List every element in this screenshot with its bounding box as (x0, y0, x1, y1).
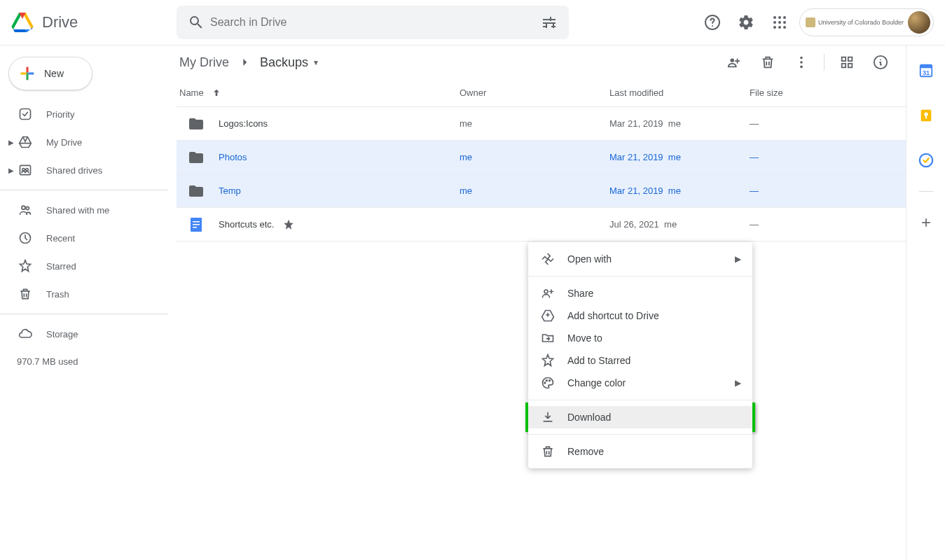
avatar[interactable] (908, 11, 930, 34)
open-with-icon (539, 251, 556, 267)
calendar-app-icon[interactable]: 31 (912, 57, 940, 85)
svg-point-14 (26, 169, 28, 171)
ctx-add-starred[interactable]: Add to Starred (528, 349, 752, 372)
shortcut-icon (539, 307, 556, 324)
nav-trash[interactable]: Trash (0, 280, 168, 308)
column-name[interactable]: Name (177, 88, 460, 99)
new-button[interactable]: New (8, 57, 92, 90)
row-owner: me (460, 152, 609, 162)
nav-priority[interactable]: Priority (0, 100, 168, 128)
search-options-icon[interactable] (535, 8, 563, 36)
table-row[interactable]: PhotosmeMar 21, 2019 me— (177, 141, 906, 174)
support-icon[interactable] (698, 8, 726, 36)
ctx-share[interactable]: Share (528, 282, 752, 304)
add-app-icon[interactable] (912, 209, 940, 237)
nav-shared-drives[interactable]: ▶Shared drives (0, 156, 168, 184)
svg-point-16 (26, 206, 29, 209)
shared-with-me-icon (17, 202, 34, 218)
svg-rect-30 (193, 227, 197, 228)
ctx-move-to[interactable]: Move to (528, 327, 752, 349)
breadcrumb-root[interactable]: My Drive (177, 54, 232, 71)
download-icon (539, 409, 556, 426)
svg-point-4 (783, 16, 786, 19)
apps-grid-icon[interactable] (766, 8, 794, 36)
row-modified: Mar 21, 2019 me (609, 118, 750, 129)
svg-rect-28 (193, 221, 200, 223)
details-button[interactable] (867, 48, 895, 76)
nav-recent[interactable]: Recent (0, 224, 168, 252)
row-name: Photos (177, 149, 460, 166)
palette-icon (539, 374, 556, 391)
settings-icon[interactable] (732, 8, 760, 36)
layout-grid-button[interactable] (833, 48, 861, 76)
tasks-app-icon[interactable] (912, 146, 940, 174)
column-modified[interactable]: Last modified (609, 88, 750, 98)
account-org: University of Colorado Boulder (806, 18, 904, 27)
column-size[interactable]: File size (750, 88, 878, 98)
row-owner: me (460, 118, 609, 129)
nav-starred[interactable]: Starred (0, 252, 168, 280)
svg-text:31: 31 (922, 69, 929, 76)
more-actions-button[interactable] (787, 48, 815, 76)
app-title[interactable]: Drive (42, 13, 78, 31)
row-size: — (750, 118, 878, 129)
chevron-right-icon[interactable]: ▶ (7, 167, 15, 174)
row-modified: Mar 21, 2019 me (609, 186, 750, 196)
trash-icon (17, 286, 34, 302)
row-name: Logos:Icons (177, 115, 460, 132)
drive-logo-icon[interactable] (8, 8, 36, 36)
starred-icon (17, 258, 34, 274)
svg-point-18 (731, 59, 735, 63)
svg-point-15 (22, 206, 25, 209)
breadcrumb-row: My Drive Backups▼ (177, 46, 906, 79)
svg-rect-23 (848, 57, 853, 62)
ctx-add-shortcut[interactable]: Add shortcut to Drive (528, 304, 752, 327)
svg-rect-24 (842, 64, 846, 68)
breadcrumb-current[interactable]: Backups▼ (257, 54, 322, 71)
svg-point-7 (783, 21, 786, 24)
svg-point-10 (783, 26, 786, 29)
chevron-right-icon[interactable]: ▶ (7, 139, 15, 146)
ctx-change-color[interactable]: Change color▶ (528, 372, 752, 394)
table-header: Name Owner Last modified File size (177, 79, 906, 107)
svg-point-33 (546, 380, 548, 382)
submenu-arrow-icon: ▶ (735, 254, 741, 264)
svg-point-5 (773, 21, 776, 24)
move-to-icon (539, 330, 556, 346)
row-modified: Mar 21, 2019 me (609, 152, 750, 162)
search-icon[interactable] (182, 8, 210, 36)
delete-button[interactable] (754, 48, 782, 76)
ctx-open-with[interactable]: Open with▶ (528, 248, 752, 270)
search-bar[interactable] (177, 6, 569, 39)
ctx-remove[interactable]: Remove (528, 440, 752, 463)
svg-point-8 (773, 26, 776, 29)
row-size: — (750, 219, 878, 230)
search-input[interactable] (210, 16, 535, 29)
svg-point-20 (800, 61, 803, 64)
svg-rect-12 (20, 165, 31, 174)
svg-rect-29 (193, 224, 200, 225)
row-modified: Jul 26, 2021 me (609, 219, 750, 230)
side-panel: 31 (906, 46, 945, 560)
nav-shared-with-me[interactable]: Shared with me (0, 196, 168, 224)
nav-storage[interactable]: Storage (0, 320, 168, 348)
row-name: Shortcuts etc. (177, 216, 460, 233)
account-chip[interactable]: University of Colorado Boulder (799, 8, 934, 36)
header-actions: University of Colorado Boulder (698, 8, 939, 36)
ctx-download[interactable]: Download (528, 406, 752, 428)
nav-mydrive[interactable]: ▶My Drive (0, 128, 168, 156)
column-owner[interactable]: Owner (460, 88, 609, 98)
chevron-right-icon (237, 55, 251, 69)
svg-point-31 (544, 290, 548, 293)
share-button[interactable] (720, 48, 748, 76)
table-row[interactable]: Shortcuts etc.Jul 26, 2021 me— (177, 208, 906, 241)
keep-app-icon[interactable] (912, 102, 940, 130)
svg-rect-36 (920, 65, 932, 69)
star-icon (539, 352, 556, 369)
svg-point-19 (800, 57, 803, 59)
svg-rect-22 (842, 57, 846, 62)
table-row[interactable]: Logos:IconsmeMar 21, 2019 me— (177, 107, 906, 141)
sort-arrow-up-icon (211, 88, 222, 99)
table-row[interactable]: TempmeMar 21, 2019 me— (177, 174, 906, 208)
svg-point-21 (800, 66, 803, 69)
